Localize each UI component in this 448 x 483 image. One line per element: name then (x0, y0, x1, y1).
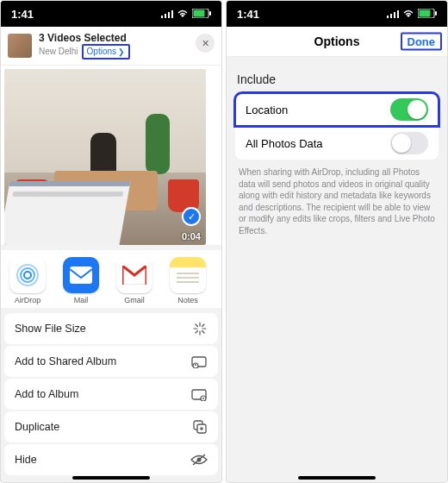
video-thumbnail[interactable]: ✓ 0:04 (4, 69, 206, 245)
selection-thumbnail (8, 34, 32, 58)
shared-album-icon (190, 354, 208, 368)
options-link[interactable]: Options ❯ (82, 44, 130, 60)
share-targets-row: AirDrop Mail Gmail Notes (1, 250, 221, 308)
svg-line-17 (202, 324, 205, 327)
svg-line-15 (196, 324, 198, 327)
svg-line-18 (196, 331, 198, 334)
svg-rect-2 (168, 12, 170, 18)
share-gmail[interactable]: Gmail (109, 257, 159, 304)
options-title: Options (314, 34, 360, 48)
share-sheet-header: 3 Videos Selected New Delhi Options ❯ ✕ (1, 27, 221, 66)
svg-rect-10 (70, 267, 92, 284)
svg-rect-31 (387, 16, 389, 18)
share-more[interactable] (216, 257, 221, 304)
status-bar: 1:41 (227, 1, 447, 27)
status-bar: 1:41 (1, 1, 221, 27)
section-include-title: Include (237, 72, 437, 86)
album-icon (190, 387, 208, 401)
options-header: Options Done (227, 27, 447, 57)
mail-icon (63, 257, 99, 293)
selection-location: New Delhi (39, 47, 78, 57)
gmail-icon (116, 257, 152, 293)
action-hide[interactable]: Hide (4, 444, 218, 475)
hide-eye-icon (190, 454, 208, 466)
app-label: Gmail (124, 296, 145, 304)
close-button[interactable]: ✕ (196, 34, 215, 53)
status-indicators (387, 8, 437, 21)
home-indicator[interactable] (298, 476, 376, 480)
app-label: AirDrop (15, 296, 41, 304)
svg-rect-6 (209, 11, 211, 16)
action-duplicate[interactable]: Duplicate (4, 411, 218, 442)
duplicate-icon (192, 419, 208, 435)
action-add-album[interactable]: Add to Album (4, 379, 218, 410)
share-airdrop[interactable]: AirDrop (3, 257, 53, 304)
action-add-shared-album[interactable]: Add to Shared Album (4, 346, 218, 377)
action-show-file-size[interactable]: Show File Size (4, 313, 218, 344)
notes-icon (170, 257, 206, 293)
option-location-row[interactable]: Location (235, 93, 439, 126)
signal-icon (387, 9, 399, 18)
selection-title: 3 Videos Selected (39, 32, 130, 44)
svg-rect-34 (397, 10, 399, 18)
home-indicator[interactable] (72, 476, 150, 480)
option-location-label: Location (246, 104, 288, 116)
share-mail[interactable]: Mail (56, 257, 106, 304)
svg-rect-32 (390, 14, 392, 18)
all-photos-hint: When sharing with AirDrop, including all… (235, 160, 439, 236)
svg-point-8 (21, 268, 34, 282)
svg-rect-36 (420, 9, 431, 16)
svg-rect-37 (435, 11, 437, 16)
svg-rect-0 (161, 16, 163, 18)
svg-rect-5 (194, 9, 205, 16)
svg-line-16 (202, 331, 205, 334)
battery-icon (192, 8, 211, 21)
share-actions-list: Show File Size Add to Shared Album Add t… (1, 313, 221, 475)
location-toggle[interactable] (390, 98, 428, 121)
app-label: Mail (74, 296, 89, 304)
battery-icon (418, 8, 437, 21)
svg-point-24 (202, 398, 204, 399)
options-body: Include Location All Photos Data When sh… (227, 57, 447, 482)
media-preview: ✓ 0:04 (1, 66, 221, 245)
option-all-photos-row[interactable]: All Photos Data (235, 126, 439, 160)
share-sheet-screen: 1:41 3 Videos Selected New Delhi (0, 0, 222, 483)
close-icon: ✕ (202, 38, 209, 49)
status-time: 1:41 (11, 8, 34, 21)
airdrop-icon (9, 257, 46, 293)
all-photos-toggle[interactable] (390, 132, 428, 154)
svg-point-7 (24, 272, 31, 279)
done-button[interactable]: Done (401, 33, 443, 51)
svg-rect-33 (394, 12, 395, 18)
wifi-icon (402, 8, 414, 21)
svg-point-21 (195, 364, 196, 366)
svg-rect-3 (171, 10, 173, 18)
wifi-icon (177, 8, 189, 21)
status-indicators (161, 8, 211, 21)
status-time: 1:41 (237, 8, 259, 21)
signal-icon (161, 9, 173, 18)
option-all-photos-label: All Photos Data (246, 137, 323, 150)
video-duration: 0:04 (182, 231, 201, 242)
share-notes[interactable]: Notes (163, 257, 213, 304)
app-label: Notes (177, 296, 198, 304)
options-screen: 1:41 Options Done Include Location (226, 0, 448, 483)
chevron-right-icon: ❯ (118, 47, 125, 57)
sparkle-icon (192, 321, 208, 336)
svg-rect-1 (165, 14, 166, 18)
